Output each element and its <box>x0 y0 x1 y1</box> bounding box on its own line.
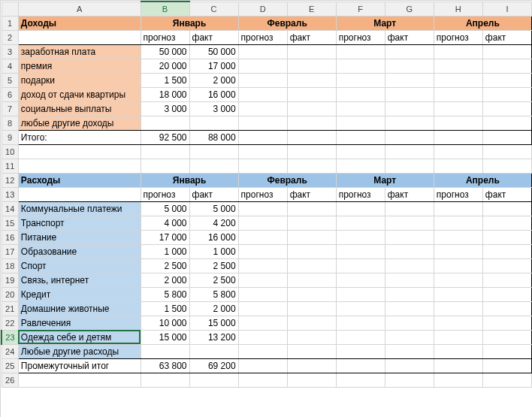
row-header-23[interactable]: 23 <box>2 330 18 344</box>
row-header-18[interactable]: 18 <box>2 258 18 273</box>
expense-item-forecast[interactable]: 1 500 <box>141 301 189 316</box>
row-header-9[interactable]: 9 <box>2 130 18 144</box>
income-item-fact[interactable]: 3 000 <box>189 101 238 116</box>
subhdr-fact[interactable]: факт <box>385 30 434 44</box>
row-header-10[interactable]: 10 <box>2 144 18 159</box>
income-item-fact[interactable]: 2 000 <box>189 73 238 87</box>
expense-item-forecast[interactable]: 10 000 <box>141 316 189 330</box>
subhdr-forecast[interactable]: прогноз <box>238 30 287 44</box>
expense-item-forecast[interactable]: 15 000 <box>141 330 189 344</box>
income-item-label[interactable]: любые другие доходы <box>18 116 141 130</box>
income-item-forecast[interactable]: 18 000 <box>141 87 189 101</box>
month-apr-income[interactable]: Апрель <box>434 16 531 30</box>
expense-item-label[interactable]: Образование <box>18 244 141 258</box>
expense-item-label[interactable]: Связь, интернет <box>18 273 141 287</box>
grid-table[interactable]: A B C D E F G H I 1 Доходы Январь Феврал… <box>1 1 532 388</box>
expense-item-forecast[interactable]: 5 000 <box>141 201 189 216</box>
expense-item-fact[interactable]: 5 800 <box>189 287 238 301</box>
subhdr-forecast[interactable]: прогноз <box>238 187 287 201</box>
col-header-E[interactable]: E <box>287 2 336 16</box>
month-mar-exp[interactable]: Март <box>336 173 434 187</box>
income-item-forecast[interactable]: 20 000 <box>141 59 189 73</box>
subhdr-forecast[interactable]: прогноз <box>141 187 189 201</box>
expense-item-fact[interactable]: 2 500 <box>189 258 238 273</box>
month-jan-exp[interactable]: Январь <box>141 173 238 187</box>
row-header-3[interactable]: 3 <box>2 44 18 59</box>
spreadsheet[interactable]: A B C D E F G H I 1 Доходы Январь Феврал… <box>0 0 532 417</box>
row-header-19[interactable]: 19 <box>2 273 18 287</box>
subhdr-forecast[interactable]: прогноз <box>141 30 189 44</box>
expense-subtotal-fact[interactable]: 69 200 <box>189 358 238 373</box>
expense-item-forecast[interactable]: 2 000 <box>141 273 189 287</box>
row-header-17[interactable]: 17 <box>2 244 18 258</box>
subhdr-fact[interactable]: факт <box>189 187 238 201</box>
expense-subtotal-label[interactable]: Промежуточный итог <box>18 358 141 373</box>
expense-item-fact[interactable]: 2 000 <box>189 301 238 316</box>
col-header-G[interactable]: G <box>385 2 434 16</box>
expense-item-label[interactable]: Коммунальные платежи <box>18 201 141 216</box>
income-total-forecast[interactable]: 92 500 <box>141 130 189 144</box>
subhdr-fact[interactable]: факт <box>189 30 238 44</box>
income-item-label[interactable]: заработная плата <box>18 44 141 59</box>
row-header-16[interactable]: 16 <box>2 230 18 244</box>
expense-item-fact[interactable]: 15 000 <box>189 316 238 330</box>
row-header-22[interactable]: 22 <box>2 316 18 330</box>
income-item-label[interactable]: доход от сдачи квартиры <box>18 87 141 101</box>
subhdr-forecast[interactable]: прогноз <box>336 187 385 201</box>
income-item-forecast[interactable]: 3 000 <box>141 101 189 116</box>
col-header-A[interactable]: A <box>18 2 141 16</box>
expense-item-forecast[interactable]: 1 000 <box>141 244 189 258</box>
row-header-15[interactable]: 15 <box>2 216 18 230</box>
subhdr-fact[interactable]: факт <box>482 187 531 201</box>
income-item-forecast[interactable] <box>141 116 189 130</box>
row-header-14[interactable]: 14 <box>2 201 18 216</box>
expenses-title[interactable]: Расходы <box>18 173 141 187</box>
row-header-1[interactable]: 1 <box>2 16 18 30</box>
expense-item-forecast[interactable]: 17 000 <box>141 230 189 244</box>
row-header-24[interactable]: 24 <box>2 344 18 358</box>
row-header-7[interactable]: 7 <box>2 101 18 116</box>
expense-item-fact[interactable] <box>189 344 238 358</box>
row-header-8[interactable]: 8 <box>2 116 18 130</box>
subhdr-fact[interactable]: факт <box>287 30 336 44</box>
subhdr-forecast[interactable]: прогноз <box>434 187 482 201</box>
subhdr-fact[interactable]: факт <box>385 187 434 201</box>
row-header-21[interactable]: 21 <box>2 301 18 316</box>
cell-a2[interactable] <box>18 30 141 44</box>
row-header-13[interactable]: 13 <box>2 187 18 201</box>
cell-a13[interactable] <box>18 187 141 201</box>
expense-item-fact[interactable]: 1 000 <box>189 244 238 258</box>
expense-item-forecast[interactable] <box>141 344 189 358</box>
subhdr-fact[interactable]: факт <box>482 30 531 44</box>
expense-item-label[interactable]: Одежда себе и детям <box>18 330 141 344</box>
income-item-fact[interactable]: 17 000 <box>189 59 238 73</box>
income-item-fact[interactable]: 50 000 <box>189 44 238 59</box>
income-item-forecast[interactable]: 1 500 <box>141 73 189 87</box>
month-feb-income[interactable]: Февраль <box>238 16 336 30</box>
income-item-fact[interactable] <box>189 116 238 130</box>
col-header-B[interactable]: B <box>141 2 189 16</box>
expense-item-fact[interactable]: 2 500 <box>189 273 238 287</box>
row-header-20[interactable]: 20 <box>2 287 18 301</box>
row-header-26[interactable]: 26 <box>2 373 18 387</box>
month-feb-exp[interactable]: Февраль <box>238 173 336 187</box>
income-item-label[interactable]: социальные выплаты <box>18 101 141 116</box>
income-total-fact[interactable]: 88 000 <box>189 130 238 144</box>
row-header-25[interactable]: 25 <box>2 358 18 373</box>
month-mar-income[interactable]: Март <box>336 16 434 30</box>
expense-item-label[interactable]: Равлечения <box>18 316 141 330</box>
expense-subtotal-forecast[interactable]: 63 800 <box>141 358 189 373</box>
income-item-label[interactable]: подарки <box>18 73 141 87</box>
row-header-6[interactable]: 6 <box>2 87 18 101</box>
subhdr-fact[interactable]: факт <box>287 187 336 201</box>
row-header-2[interactable]: 2 <box>2 30 18 44</box>
col-header-F[interactable]: F <box>336 2 385 16</box>
expense-item-forecast[interactable]: 2 500 <box>141 258 189 273</box>
income-item-fact[interactable]: 16 000 <box>189 87 238 101</box>
income-total-label[interactable]: Итого: <box>18 130 141 144</box>
expense-item-fact[interactable]: 13 200 <box>189 330 238 344</box>
expense-item-label[interactable]: Любые другие расходы <box>18 344 141 358</box>
select-all-corner[interactable] <box>2 2 18 16</box>
month-jan-income[interactable]: Январь <box>141 16 238 30</box>
expense-item-label[interactable]: Домашние животные <box>18 301 141 316</box>
